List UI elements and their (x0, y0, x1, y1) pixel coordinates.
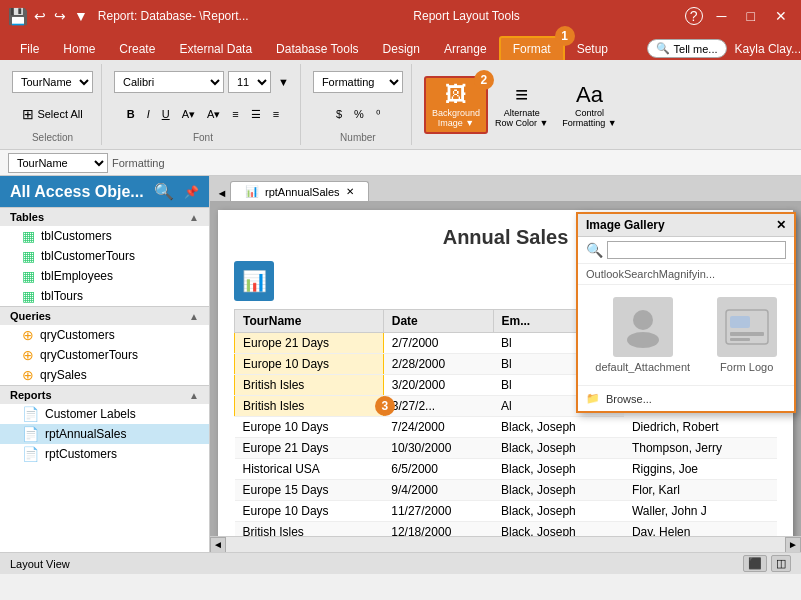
browse-folder-icon: 📁 (586, 392, 600, 405)
sidebar-item-qrycustomers[interactable]: ⊕ qryCustomers (0, 325, 209, 345)
sidebar-pin-icon[interactable]: 📌 (184, 185, 199, 199)
date-cell: 3/20/2000 (383, 375, 493, 396)
employee-cell: Thompson, Jerry (624, 438, 777, 459)
sidebar-item-tbltours[interactable]: ▦ tblTours (0, 286, 209, 306)
table-icon: ▦ (22, 268, 35, 284)
number-format-selector[interactable]: Formatting (313, 71, 403, 93)
tab-arrange[interactable]: Arrange (432, 38, 499, 60)
sidebar-item-tblcustomertours[interactable]: ▦ tblCustomerTours (0, 246, 209, 266)
scroll-left-button[interactable]: ◄ (210, 537, 226, 553)
align-center-button[interactable]: ☰ (246, 105, 266, 124)
sidebar-item-tblcustomers[interactable]: ▦ tblCustomers (0, 226, 209, 246)
tab-external-data[interactable]: External Data (167, 38, 264, 60)
help-icon[interactable]: ? (685, 7, 703, 25)
report-icon: 📄 (22, 406, 39, 422)
select-all-button[interactable]: ⊞ Select All (17, 104, 87, 124)
gallery-close-icon[interactable]: ✕ (776, 218, 786, 232)
highlight-button[interactable]: A▾ (202, 105, 225, 124)
tab-create[interactable]: Create (107, 38, 167, 60)
align-left-button[interactable]: ≡ (227, 105, 243, 123)
date-cell: 11/27/2000 (383, 501, 493, 522)
tab-file[interactable]: File (8, 38, 51, 60)
tab-home[interactable]: Home (51, 38, 107, 60)
gallery-browse-button[interactable]: 📁 Browse... (578, 386, 794, 411)
tab-format[interactable]: Format 1 (499, 36, 565, 60)
badge-2: 2 (474, 70, 494, 90)
alternate-row-color-button[interactable]: ≡ AlternateRow Color ▼ (488, 77, 555, 133)
app-title: Report: Database- \Report... (98, 9, 249, 23)
view-toggle-btn-2[interactable]: ◫ (771, 555, 791, 572)
font-options-button[interactable]: ▼ (275, 73, 292, 91)
query-icon: ⊕ (22, 327, 34, 343)
align-right-button[interactable]: ≡ (268, 105, 284, 123)
tab-bar: ◄ 📊 rptAnnualSales ✕ (210, 176, 801, 202)
number-group-label: Number (340, 130, 376, 143)
sidebar-search-icon[interactable]: 🔍 (154, 182, 174, 201)
undo-button[interactable]: ↩ (32, 6, 48, 26)
tab-scroll-left[interactable]: ◄ (214, 185, 230, 201)
italic-button[interactable]: I (142, 105, 155, 123)
font-color-button[interactable]: A▾ (177, 105, 200, 124)
tab-design[interactable]: Design (371, 38, 432, 60)
background-image-button[interactable]: 🖼 BackgroundImage ▼ 2 (424, 76, 488, 134)
gallery-search-area: 🔍 (578, 237, 794, 264)
sidebar-item-rptannualsales[interactable]: 📄 rptAnnualSales (0, 424, 209, 444)
comma-button[interactable]: ⁰ (371, 105, 385, 124)
extra-cell: Black, Joseph (493, 522, 624, 537)
tab-close-icon[interactable]: ✕ (346, 186, 354, 197)
svg-rect-3 (730, 316, 750, 328)
query-icon: ⊕ (22, 367, 34, 383)
sidebar-item-qrysales[interactable]: ⊕ qrySales (0, 365, 209, 385)
table-icon: ▦ (22, 228, 35, 244)
maximize-button[interactable]: □ (741, 6, 761, 26)
font-name-selector[interactable]: Calibri (114, 71, 224, 93)
control-formatting-button[interactable]: Aa ControlFormatting ▼ (555, 77, 623, 133)
underline-button[interactable]: U (157, 105, 175, 123)
bold-button[interactable]: B (122, 105, 140, 123)
view-toggle-btn-1[interactable]: ⬛ (743, 555, 767, 572)
content-area: ◄ 📊 rptAnnualSales ✕ Annual Sales 📊 (210, 176, 801, 552)
sidebar-item-rptcustomers[interactable]: 📄 rptCustomers (0, 444, 209, 464)
svg-rect-4 (730, 332, 764, 336)
bottom-controls: ⬛ ◫ (743, 555, 791, 572)
employee-cell: Riggins, Joe (624, 459, 777, 480)
report-view[interactable]: Annual Sales 📊 TourName (210, 202, 801, 536)
tell-me-button[interactable]: 🔍 Tell me... (647, 39, 727, 58)
sidebar-section-tables[interactable]: Tables ▲ (0, 207, 209, 226)
date-cell: 2/28/2000 (383, 354, 493, 375)
field-name-selector[interactable]: TourName (12, 71, 93, 93)
percent-button[interactable]: % (349, 105, 369, 123)
sidebar-section-queries[interactable]: Queries ▲ (0, 306, 209, 325)
formula-field-selector[interactable]: TourName (8, 153, 108, 173)
redo-button[interactable]: ↪ (52, 6, 68, 26)
sidebar-item-tblemployees[interactable]: ▦ tblEmployees (0, 266, 209, 286)
save-icon[interactable]: 💾 (8, 7, 28, 26)
minimize-button[interactable]: ─ (711, 6, 733, 26)
customize-button[interactable]: ▼ (72, 6, 90, 26)
image-gallery-header: Image Gallery ✕ (578, 214, 794, 237)
tour-name-cell: Europe 21 Days (235, 438, 384, 459)
status-bar: Layout View ⬛ ◫ (0, 552, 801, 574)
scroll-right-button[interactable]: ► (785, 537, 801, 553)
tour-name-cell: British Isles (235, 522, 384, 537)
reports-collapse-icon: ▲ (189, 390, 199, 401)
employee-cell: Day, Helen (624, 522, 777, 537)
gallery-search-result: OutlookSearchMagnifyin... (578, 264, 794, 285)
gallery-item-formlogo[interactable]: Form Logo (709, 289, 785, 381)
gallery-item-attachment[interactable]: default_Attachment (587, 289, 698, 381)
sidebar-item-qrycustomertours[interactable]: ⊕ qryCustomerTours (0, 345, 209, 365)
gallery-items-row: default_Attachment Form Logo (578, 285, 794, 385)
gallery-search-input[interactable] (607, 241, 786, 259)
control-format-icon: Aa (576, 82, 603, 108)
tour-name-cell: Europe 10 Days (235, 501, 384, 522)
h-scrollbar-track[interactable] (226, 537, 785, 553)
sidebar-section-reports[interactable]: Reports ▲ (0, 385, 209, 404)
sidebar-item-customerlabels[interactable]: 📄 Customer Labels (0, 404, 209, 424)
report-icon: 📄 (22, 446, 39, 462)
report-logo: 📊 (234, 261, 274, 301)
currency-button[interactable]: $ (331, 105, 347, 123)
tab-database-tools[interactable]: Database Tools (264, 38, 371, 60)
close-button[interactable]: ✕ (769, 6, 793, 26)
tab-rptannualsales[interactable]: 📊 rptAnnualSales ✕ (230, 181, 369, 201)
font-size-selector[interactable]: 11 (228, 71, 271, 93)
